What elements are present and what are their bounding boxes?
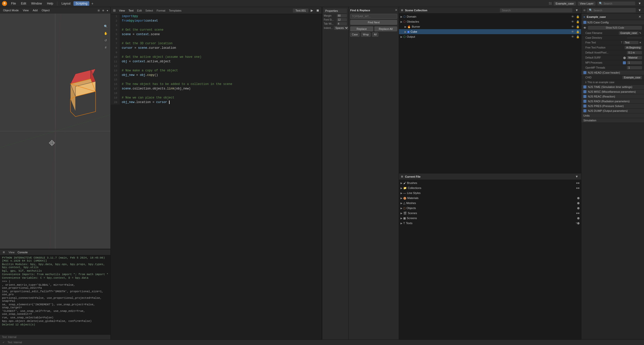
outliner-item-burner[interactable]: ▶ 🔥 Burner 👁 🔒 [399,24,581,29]
editor-menu-format[interactable]: Format [155,9,166,12]
cf-item-brushes[interactable]: ▶ 🖌 Brushes ◆◆ [399,180,581,185]
texts-arrow[interactable]: ▶ [400,222,403,225]
console-layout-icon[interactable]: ⊞ [2,251,6,254]
obstacles-restrict[interactable]: 🔒 [576,20,580,23]
njs-pres-checkbox[interactable] [583,105,586,108]
njs-simulation-header[interactable]: Simulation [581,118,644,123]
viewport-object-btn[interactable]: Object [40,9,51,12]
cf-item-collections[interactable]: ▶ 📁 Collections ◆◆ [399,185,581,190]
viewport-overlay-btn[interactable]: ⊞ [97,9,100,12]
njs-radi-header[interactable]: NJS RADI (Radiation parameters) [581,99,644,104]
viewport-shading-btn[interactable]: ● [106,9,109,12]
cf-item-texts[interactable]: ▶ T Texts T⬤ [399,221,581,226]
njs-search-bar[interactable]: 🔍 [587,8,636,12]
menu-layout[interactable]: Layout [59,1,72,6]
editor-menu-view[interactable]: View [118,9,126,12]
obstacles-arrow[interactable]: ▶ [400,20,403,23]
rotate-icon[interactable]: ↺ [103,38,108,43]
outliner-item-domain[interactable]: ▶ ⬡ Domain 👁 🔒 [399,14,581,19]
cf-item-objects[interactable]: ▶ ◻ Objects ⬤ [399,206,581,211]
console-tab-console[interactable]: Console [18,251,28,254]
njs-dump-header[interactable]: NJS DUMP (Output parameters) [581,109,644,113]
njs-case-config-checkbox[interactable] [583,21,586,24]
fr-wrap-btn[interactable]: Wrap [361,32,371,37]
scenes-arrow[interactable]: ▶ [400,212,403,215]
tab-width-input[interactable] [337,22,347,25]
stop-script-btn[interactable]: ⏹ [315,8,320,13]
find-next-btn[interactable]: Find Next [350,20,397,25]
fr-all-btn[interactable]: All [372,32,378,37]
cf-item-materials[interactable]: ▶ ⬤ Materials ⬤ [399,195,581,201]
outliner-item-cube[interactable]: ▶ ◼ Cube 👁 🔒 [399,29,581,34]
cf-item-scenes[interactable]: ▶ 🎬 Scenes ◆◆ [399,211,581,216]
cube-eye[interactable]: 👁 [571,30,574,33]
app-icon[interactable]: B [2,1,7,6]
filter-file-btn[interactable]: ▼ [574,174,579,179]
search-input[interactable] [603,2,634,5]
njs-dump-checkbox[interactable] [583,109,586,112]
add-workspace-btn[interactable]: + [90,2,94,6]
cf-item-screens[interactable]: ▶ ▦ Screens ⬤ [399,216,581,221]
collections-arrow[interactable]: ▶ [400,187,403,189]
viewport-view-btn[interactable]: View [21,9,30,12]
console-tab-view[interactable]: View [9,251,15,254]
njs-time-checkbox[interactable] [583,85,586,88]
view-layer-badge[interactable]: View Layer [578,2,595,6]
domain-arrow[interactable]: ▶ [400,15,403,18]
menu-window[interactable]: Window [29,1,44,6]
njs-search-input[interactable] [593,9,619,12]
font-size-input[interactable] [337,18,347,21]
screens-arrow[interactable]: ▶ [400,217,403,220]
njs-reac-header[interactable]: NJS REAC (Reaction) [581,94,644,99]
margin-input[interactable] [337,14,347,17]
run-script-btn[interactable]: ▶ [310,8,314,13]
pan-icon[interactable]: ✋ [103,31,108,36]
domain-eye[interactable]: 👁 [571,15,574,18]
fr-close-icon[interactable]: ✕ [395,9,397,12]
burner-eye[interactable]: 👁 [571,25,574,28]
show-njs-code-btn[interactable]: Show NJS Code [588,26,642,30]
filter-njs-btn[interactable]: ▼ [637,8,642,12]
njs-case-config-header[interactable]: NJS Case Config [581,20,644,25]
replace-btn[interactable]: Replace [350,26,373,31]
njs-close-btn[interactable]: ✕ [638,15,642,19]
objects-arrow[interactable]: ▶ [400,207,403,210]
mpi-checkbox[interactable] [623,61,626,64]
editor-layout-icon[interactable]: ⊞ [112,8,116,13]
njs-head-checkbox[interactable] [583,71,586,74]
viewport-add-btn[interactable]: Add [31,9,39,12]
menu-scripting[interactable]: Scripting [73,1,89,6]
materials-arrow[interactable]: ▶ [400,197,403,200]
scene-collection-search[interactable] [500,8,572,12]
output-arrow[interactable]: ▶ [400,35,403,38]
eye-icon[interactable]: 👁 [583,26,586,30]
njs-units-header[interactable]: Units [581,113,644,118]
free-text-clear-btn[interactable]: ✕ [638,41,642,44]
njs-head-header[interactable]: NJS HEAD (Case header) [581,70,644,75]
njs-misc-header[interactable]: NJS MISC (Miscellaneous parameters) [581,89,644,94]
editor-menu-select[interactable]: Select [144,9,154,12]
menu-edit[interactable]: Edit [19,1,28,6]
cube-restrict[interactable]: 🔒 [576,30,580,33]
burner-arrow[interactable]: ▶ [405,25,407,28]
case-filename-edit-btn[interactable]: ✎ [638,31,642,35]
fr-search-input[interactable] [350,14,397,19]
editor-tab[interactable]: Text.001 [293,9,308,13]
indent-select[interactable]: Spaces Tabs [334,26,348,30]
burner-restrict[interactable]: 🔒 [576,25,580,28]
obstacles-eye[interactable]: 👁 [571,20,574,23]
grid-icon[interactable]: # [103,45,108,50]
replace-all-btn[interactable]: Replace All [374,26,397,31]
editor-code-area[interactable]: 1 import bpy 2 from bpy import context 3… [111,14,322,339]
brushes-arrow[interactable]: ▶ [400,182,403,184]
njs-reac-checkbox[interactable] [583,95,586,98]
cube-arrow[interactable]: ▶ [405,30,407,33]
outliner-item-output[interactable]: ▶ ⬡ Output 👁 🔒 [399,34,581,39]
cf-item-linestyles[interactable]: ▶ — Line Styles [399,190,581,195]
menu-help[interactable]: Help [45,1,55,6]
output-restrict[interactable]: 🔒 [576,35,580,38]
fr-case-btn[interactable]: Case [350,32,359,37]
linestyles-arrow[interactable]: ▶ [400,192,403,194]
output-eye[interactable]: 👁 [571,35,574,38]
editor-menu-edit[interactable]: Edit [136,9,143,12]
